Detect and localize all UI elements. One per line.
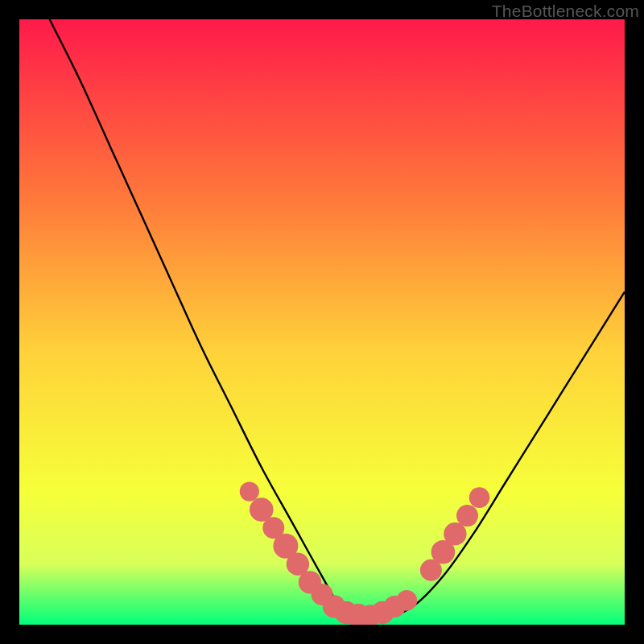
chart-frame (19, 19, 625, 625)
gradient-background (19, 19, 625, 625)
watermark-text: TheBottleneck.com (492, 2, 639, 21)
bottleneck-chart (19, 19, 625, 625)
curve-marker (456, 505, 478, 526)
curve-marker (397, 590, 418, 611)
curve-marker (444, 522, 466, 545)
curve-marker (240, 482, 259, 502)
curve-marker (469, 487, 490, 508)
